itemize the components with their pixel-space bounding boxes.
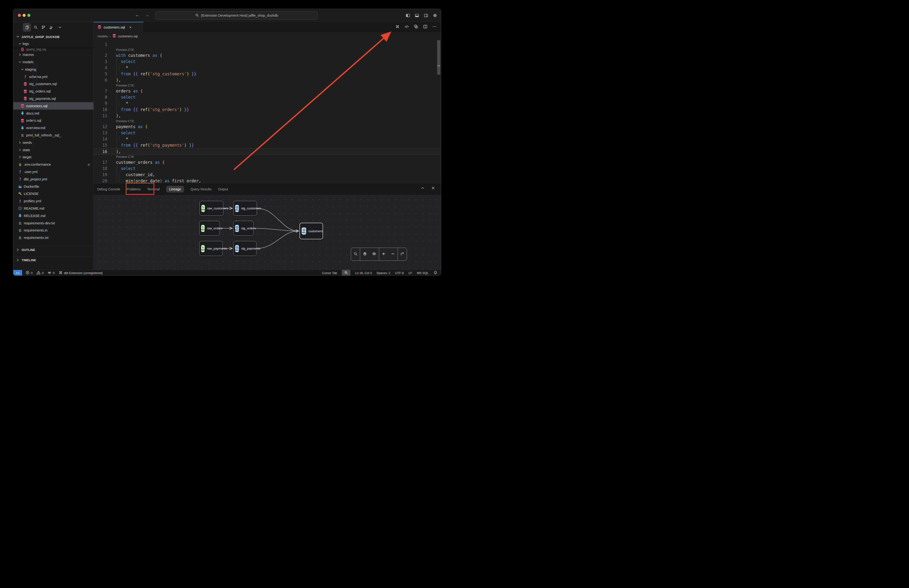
status-bell[interactable] — [433, 270, 438, 275]
command-center-search[interactable]: [Extension Development Host] jaffle_shop… — [155, 11, 318, 19]
tree-item-orders-sql[interactable]: orders.sql — [13, 117, 94, 124]
panel-tab-query-results[interactable]: Query Results — [191, 187, 212, 191]
ellipsis-icon[interactable] — [433, 24, 437, 30]
tree-item-models[interactable]: models — [13, 58, 94, 66]
tree-item-requirements-txt[interactable]: requirements.txt — [13, 234, 94, 241]
codelens-preview-cte[interactable]: Preview CTE — [94, 119, 441, 124]
list-icon — [18, 221, 22, 225]
lineage-canvas[interactable]: SED raw_customersMDL stg_customersSED ra… — [94, 195, 441, 270]
tree-item-stg-payments-sql[interactable]: stg_payments.sql — [13, 95, 94, 102]
split-editor-icon[interactable] — [423, 24, 428, 30]
chevron-up-icon[interactable] — [420, 186, 425, 191]
panel-tab-problems[interactable]: Problems — [127, 187, 141, 191]
close-icon[interactable] — [431, 186, 435, 191]
lineage-node-raw_orders[interactable]: SED raw_orders — [199, 221, 220, 236]
activity-debug-button[interactable] — [48, 23, 55, 32]
forward-button[interactable]: → — [145, 13, 149, 18]
lineage-node-raw_payments[interactable]: SED raw_payments — [199, 241, 223, 256]
tree-item-state[interactable]: state — [13, 146, 94, 153]
sidebar-section-timeline[interactable]: TIMELINE — [13, 257, 94, 264]
zoom-window-button[interactable] — [27, 14, 31, 17]
lineage-node-stg_orders[interactable]: MDL stg_orders — [233, 221, 253, 236]
tree-item--env-conformance[interactable]: $.env.conformance⊘ — [13, 161, 94, 168]
activity-chevron-down-button[interactable] — [57, 23, 63, 32]
remote-indicator[interactable] — [13, 270, 22, 276]
lineage-node-raw_customers[interactable]: SED raw_customers — [199, 201, 223, 216]
tree-item-release-md[interactable]: RELEASE.md — [13, 212, 94, 220]
status-zoom-in[interactable] — [342, 270, 350, 276]
tree-item-docs-md[interactable]: docs.md — [13, 110, 94, 117]
panel-tab-output[interactable]: Output — [218, 187, 228, 191]
lineage-minus-button[interactable] — [391, 252, 395, 257]
tree-item-profiles-yml[interactable]: profiles.yml — [13, 197, 94, 205]
activity-search-button[interactable] — [32, 23, 39, 32]
minimize-window-button[interactable] — [23, 14, 26, 17]
traffic-lights[interactable] — [18, 14, 31, 17]
tree-item--user-yml[interactable]: .user.yml — [13, 168, 94, 176]
tree-item-logs[interactable]: logs — [13, 40, 94, 47]
status-ln-16-col-3[interactable]: Ln 16, Col 3 — [355, 271, 372, 275]
chevron-right-icon — [18, 148, 22, 152]
yaml-icon — [18, 199, 22, 203]
tree-item-requirements-in[interactable]: requirements.in — [13, 227, 94, 234]
close-window-button[interactable] — [18, 14, 21, 17]
tree-item-customers-sql[interactable]: customers.sql — [13, 102, 94, 110]
tab-customers-sql[interactable]: customers.sql × — [94, 22, 144, 32]
close-icon[interactable]: × — [129, 25, 131, 29]
panel-tab-debug-console[interactable]: Debug Console — [97, 187, 120, 191]
activity-source-control-button[interactable] — [40, 23, 47, 32]
codelens-preview-cte[interactable]: Preview CTE — [94, 47, 441, 52]
tree-item-requirements-dev-txt[interactable]: requirements-dev.txt — [13, 220, 94, 227]
lineage-search-button[interactable] — [354, 252, 358, 257]
lineage-node-stg_payments[interactable]: MDL stg_payments — [233, 241, 257, 256]
lineage-eye-button[interactable] — [372, 252, 376, 257]
status-spaces-2[interactable]: Spaces: 2 — [376, 271, 390, 275]
status-cursor-tab[interactable]: Cursor Tab — [322, 271, 337, 275]
status-dbt-extension-unregistered-[interactable]: dbt Extension (unregistered) — [58, 270, 103, 275]
tree-item-schema-yml[interactable]: schema.yml — [13, 73, 94, 80]
lineage-aperture-button[interactable] — [363, 252, 367, 257]
sidebar-section-outline[interactable]: OUTLINE — [13, 246, 94, 254]
status-ms-sql[interactable]: MS SQL — [417, 271, 429, 275]
tree-item-license[interactable]: LICENSE — [13, 190, 94, 197]
panel-tab-terminal[interactable]: Terminal — [147, 187, 160, 191]
tree-item-seeds[interactable]: seeds — [13, 139, 94, 146]
panel-tab-lineage[interactable]: Lineage — [166, 186, 184, 192]
lineage-plus-button[interactable] — [381, 252, 386, 257]
layout-panel-bottom-icon[interactable] — [414, 13, 419, 18]
status-0[interactable]: 0 — [36, 270, 44, 275]
status-0[interactable]: 0 — [26, 270, 32, 275]
tree-item-stg-customers-sql[interactable]: stg_customers.sql — [13, 80, 94, 88]
gear-icon[interactable] — [433, 13, 438, 18]
tree-item-overview-md[interactable]: overview.md — [13, 124, 94, 132]
back-button[interactable]: ← — [135, 13, 139, 18]
code-icon[interactable] — [405, 24, 409, 30]
dbt-icon[interactable] — [395, 24, 400, 30]
lineage-refresh-button[interactable] — [400, 252, 404, 257]
lineage-node-customers[interactable]: MDL customers — [300, 223, 323, 239]
breadcrumb-file[interactable]: customers.sql — [118, 34, 138, 38]
explorer-root-header[interactable]: JAFFLE_SHOP_DUCKDB — [13, 34, 94, 40]
activity-files-button[interactable] — [23, 23, 31, 32]
tree-item-print-full-refresh-sql-[interactable]: print_full_refresh._sql_ — [13, 132, 94, 139]
lineage-node-stg_customers[interactable]: MDL stg_customers — [233, 201, 257, 216]
tree-item-query-log-sq[interactable]: query_log.sq — [13, 47, 94, 51]
tree-item-dbt-project-yml[interactable]: dbt_project.yml — [13, 175, 94, 183]
tree-item-readme-md[interactable]: README.md — [13, 205, 94, 212]
copy-table-icon[interactable] — [414, 24, 418, 30]
codelens-preview-cte[interactable]: Preview CTE — [94, 83, 441, 88]
tree-item-dockerfile[interactable]: Dockerfile — [13, 183, 94, 190]
tree-item-macros[interactable]: macros — [13, 51, 94, 58]
tree-item-stg-orders-sql[interactable]: stg_orders.sql — [13, 88, 94, 95]
layout-sidebar-right-icon[interactable] — [423, 13, 428, 18]
tree-item-staging[interactable]: staging — [13, 66, 94, 73]
code-editor[interactable]: 1Preview CTE2with customers as (3 select… — [94, 40, 441, 183]
status-utf-8[interactable]: UTF-8 — [395, 271, 404, 275]
status-0[interactable]: 0 — [47, 270, 55, 275]
breadcrumb-folder[interactable]: models — [97, 34, 108, 38]
layout-sidebar-left-icon[interactable] — [405, 13, 410, 18]
status-lf[interactable]: LF — [408, 271, 412, 275]
editor-scrollbar[interactable] — [437, 40, 440, 74]
codelens-preview-cte[interactable]: Preview CTE — [94, 155, 441, 159]
tree-item-target[interactable]: target — [13, 153, 94, 161]
